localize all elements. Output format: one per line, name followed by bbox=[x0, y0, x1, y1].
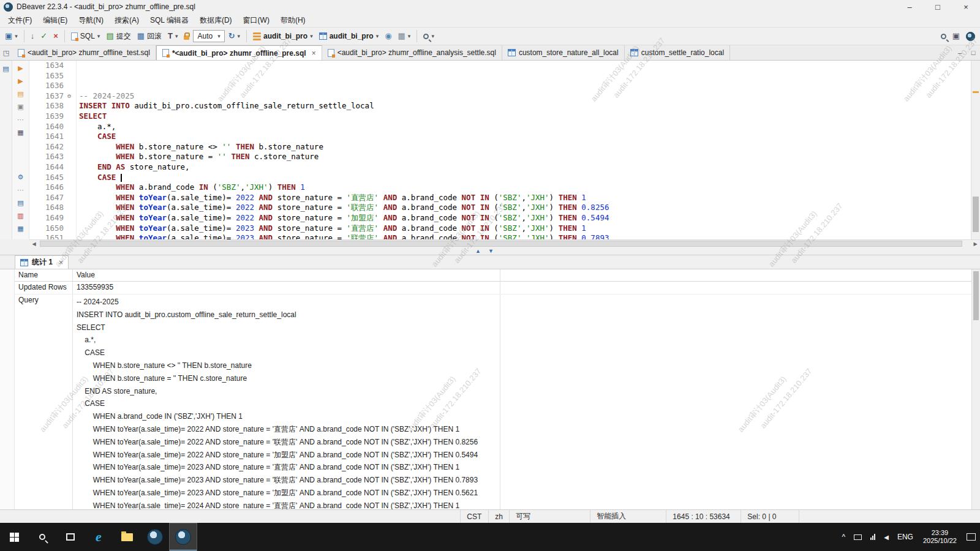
dbeaver-taskbar-button-active[interactable] bbox=[169, 523, 197, 551]
panel-splitter[interactable]: ▲ ▼ bbox=[0, 247, 980, 255]
action-center-button[interactable] bbox=[962, 523, 980, 551]
dbeaver-taskbar-button[interactable] bbox=[141, 523, 169, 551]
row-name: Updated Rows bbox=[15, 282, 73, 294]
arrow-down-icon: ↓ bbox=[31, 32, 35, 40]
lock-button[interactable] bbox=[181, 31, 192, 41]
close-tab-icon[interactable]: × bbox=[59, 258, 63, 267]
taskbar-search-button[interactable] bbox=[28, 523, 56, 551]
collapse-up-icon[interactable]: ▲ bbox=[475, 248, 481, 254]
menu-item[interactable]: 数据库(D) bbox=[194, 14, 238, 27]
transaction-icon: T bbox=[168, 32, 173, 40]
minimize-button[interactable]: – bbox=[895, 0, 924, 13]
column-header-name[interactable]: Name bbox=[15, 269, 73, 281]
query-line: -- 2024-2025 bbox=[77, 296, 496, 309]
close-tab-icon[interactable]: × bbox=[312, 49, 316, 58]
editor-tab[interactable]: <audit_bi_pro> zhumr_offline_analysis_se… bbox=[322, 45, 502, 60]
scrollbar-thumb[interactable] bbox=[973, 197, 979, 232]
execute-statement-icon[interactable]: ▶ bbox=[15, 64, 26, 73]
commit-icon: ▤ bbox=[106, 32, 113, 40]
maximize-view-icon[interactable]: □ bbox=[967, 45, 980, 60]
editor-horizontal-scrollbar[interactable]: ◀ ▶ bbox=[29, 239, 980, 247]
editor-tab[interactable]: custom_store_nature_all_local bbox=[502, 45, 625, 60]
rollback-icon-button[interactable]: × bbox=[51, 31, 61, 42]
layout-button[interactable]: ▦ ▾ bbox=[396, 31, 413, 42]
collapse-down-icon[interactable]: ▼ bbox=[488, 248, 494, 254]
transaction-log-button[interactable]: T ▾ bbox=[165, 31, 180, 42]
search-button[interactable]: ▾ bbox=[421, 32, 437, 40]
menu-item[interactable]: 文件(F) bbox=[2, 14, 37, 27]
settings-gear-icon[interactable]: ⚙ bbox=[15, 173, 26, 182]
scroll-right-icon[interactable]: ▶ bbox=[971, 241, 980, 247]
task-view-button[interactable] bbox=[56, 523, 85, 551]
restore-view-icon[interactable]: ◳ bbox=[0, 45, 12, 60]
export-data-icon[interactable]: ▦ bbox=[15, 128, 26, 137]
editor-tab[interactable]: <audit_bi_pro> zhumr_offline_test.sql bbox=[12, 45, 156, 60]
autocommit-select[interactable]: Auto ▾ bbox=[193, 30, 224, 42]
new-sql-editor-button[interactable]: ▣ ▾ bbox=[2, 31, 20, 42]
menu-item[interactable]: 导航(N) bbox=[73, 14, 109, 27]
volume-icon[interactable]: ◀ bbox=[880, 523, 893, 551]
line-number: 1649 bbox=[29, 213, 67, 223]
query-log-icon[interactable]: ▦ bbox=[15, 224, 26, 233]
commit-icon-button[interactable]: ✓ bbox=[38, 31, 50, 42]
execute-sql-button[interactable]: SQL ▾ bbox=[69, 31, 103, 42]
more-actions-icon[interactable]: ⋯ bbox=[15, 115, 26, 124]
dbeaver-perspective-button[interactable] bbox=[963, 31, 978, 42]
maximize-button[interactable]: □ bbox=[924, 0, 952, 13]
start-button[interactable] bbox=[0, 523, 28, 551]
minimize-view-icon[interactable]: – bbox=[953, 45, 967, 60]
editor-vertical-scrollbar[interactable] bbox=[971, 61, 980, 239]
menu-item[interactable]: 帮助(H) bbox=[275, 14, 311, 27]
network-icon[interactable] bbox=[866, 523, 880, 551]
tab-statistics[interactable]: 统计 1 × bbox=[15, 255, 69, 269]
chevron-down-icon: ▾ bbox=[238, 33, 241, 39]
window-title: DBeaver 22.3.4 - <audit_bi_pro> zhumr_of… bbox=[17, 2, 895, 11]
column-header-value[interactable]: Value bbox=[73, 269, 500, 281]
rollback-button[interactable]: ▦ 回滚 bbox=[135, 30, 164, 43]
editor-tab[interactable]: custom_settle_ratio_local bbox=[625, 45, 730, 60]
clipboard-icon[interactable]: ▣ bbox=[15, 102, 26, 111]
query-line: SELECT bbox=[77, 321, 496, 334]
query-line: WHEN toYear(a.sale_time)= 2023 AND store… bbox=[77, 487, 496, 500]
database-selector[interactable]: audit_bi_pro ▾ bbox=[251, 31, 315, 42]
fold-marker-icon[interactable]: ⊖ bbox=[67, 91, 77, 102]
menu-item[interactable]: 编辑(E) bbox=[37, 14, 73, 27]
menu-item[interactable]: SQL 编辑器 bbox=[145, 14, 194, 27]
input-language[interactable]: ENG bbox=[893, 523, 918, 551]
statistics-table[interactable]: Name Value Updated Rows 133559935 Query … bbox=[15, 269, 980, 509]
database-navigator-icon[interactable]: ▤ bbox=[1, 64, 11, 73]
open-perspective-button[interactable]: ▣ bbox=[950, 31, 962, 42]
refresh-button[interactable]: ↻ ▾ bbox=[226, 31, 243, 42]
explain-plan-icon[interactable]: ▤ bbox=[15, 89, 26, 99]
close-button[interactable]: × bbox=[952, 0, 980, 13]
display-icon[interactable] bbox=[850, 523, 866, 551]
results-vertical-scrollbar[interactable] bbox=[971, 269, 980, 509]
code-text: WHEN toYear(a.sale_time)= 2023 AND store… bbox=[77, 233, 609, 239]
network-button[interactable]: ◉ bbox=[382, 31, 394, 42]
status-caret-position[interactable]: 1645 : 10 : 53634 bbox=[666, 510, 741, 523]
scrollbar-thumb[interactable] bbox=[40, 241, 962, 247]
schema-selector[interactable]: audit_bi_pro ▾ bbox=[317, 31, 382, 42]
browser-button[interactable]: e bbox=[85, 523, 113, 551]
output-log-icon[interactable]: ▤ bbox=[15, 198, 26, 208]
error-log-icon[interactable]: ▥ bbox=[15, 211, 26, 220]
menu-item[interactable]: 窗口(W) bbox=[238, 14, 275, 27]
scroll-left-icon[interactable]: ◀ bbox=[29, 241, 39, 247]
taskbar-clock[interactable]: 23:39 2025/10/22 bbox=[918, 529, 962, 545]
more-actions-icon[interactable]: ⋯ bbox=[15, 186, 26, 195]
table-row[interactable]: Updated Rows 133559935 bbox=[15, 282, 980, 294]
line-number: 1650 bbox=[29, 223, 67, 234]
execute-script-icon[interactable]: ▶ bbox=[15, 77, 26, 86]
line-number: 1647 bbox=[29, 193, 67, 203]
tray-expand-icon[interactable]: ^ bbox=[838, 523, 850, 551]
table-row[interactable]: Query -- 2024-2025INSERT INTO audit_bi_p… bbox=[15, 294, 980, 509]
commit-button[interactable]: ▤ 提交 bbox=[104, 30, 133, 43]
scrollbar-thumb[interactable] bbox=[973, 271, 979, 320]
sql-editor[interactable]: 1634163516361637⊖-- 2024-20251638INSERT … bbox=[29, 61, 971, 239]
menu-item[interactable]: 搜索(A) bbox=[109, 14, 145, 27]
quick-search-button[interactable] bbox=[938, 32, 949, 40]
fetch-button[interactable]: ↓ bbox=[28, 31, 37, 42]
editor-tab[interactable]: *<audit_bi_pro> zhumr_offline_pre.sql× bbox=[156, 45, 322, 60]
file-explorer-button[interactable] bbox=[113, 523, 141, 551]
dbeaver-window: DBeaver 22.3.4 - <audit_bi_pro> zhumr_of… bbox=[0, 0, 980, 551]
